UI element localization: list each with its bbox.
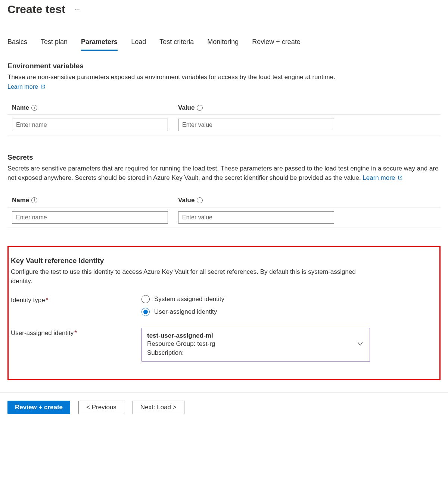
secrets-section-desc: Secrets are sensitive parameters that ar…: [7, 164, 441, 183]
env-table-row: [7, 115, 441, 135]
chevron-down-icon: [357, 341, 364, 349]
tab-test-criteria[interactable]: Test criteria: [159, 37, 194, 51]
secrets-section: Secrets Secrets are sensitive parameters…: [7, 153, 441, 228]
env-variables-section: Environment variables These are non-sens…: [7, 62, 441, 135]
kv-section-title: Key Vault reference identity: [11, 257, 437, 265]
env-learn-more-link[interactable]: Learn more: [7, 84, 38, 90]
tab-basics[interactable]: Basics: [7, 37, 27, 51]
required-asterisk: *: [46, 297, 49, 304]
footer-divider: [0, 392, 448, 392]
dropdown-sub-line: Subscription:: [147, 348, 355, 358]
required-asterisk: *: [74, 329, 77, 336]
env-section-desc: These are non-sensitive parameters expos…: [7, 72, 441, 82]
info-icon[interactable]: i: [197, 197, 203, 203]
env-name-header: Name: [12, 104, 29, 112]
info-icon[interactable]: i: [197, 105, 203, 111]
secrets-section-title: Secrets: [7, 153, 441, 162]
env-value-input[interactable]: [178, 119, 334, 131]
info-icon[interactable]: i: [31, 197, 37, 203]
radio-system-assigned[interactable]: System assigned identity: [141, 295, 224, 303]
secrets-value-header: Value: [178, 197, 195, 204]
secrets-learn-more-link[interactable]: Learn more: [363, 174, 395, 181]
secrets-table-row: [7, 207, 441, 228]
radio-icon: [141, 295, 150, 303]
dropdown-rg-line: Resource Group: test-rg: [147, 339, 355, 349]
radio-user-assigned[interactable]: User-assigned identity: [141, 308, 224, 316]
tab-bar: Basics Test plan Parameters Load Test cr…: [7, 37, 441, 51]
identity-type-radio-group: System assigned identity User-assigned i…: [141, 295, 224, 316]
identity-type-label: Identity type*: [11, 295, 141, 316]
tab-test-plan[interactable]: Test plan: [41, 37, 68, 51]
review-create-button[interactable]: Review + create: [7, 401, 70, 414]
secrets-name-header: Name: [12, 197, 29, 204]
radio-label: User-assigned identity: [154, 308, 217, 316]
external-link-icon: [40, 84, 46, 91]
previous-button[interactable]: < Previous: [78, 401, 124, 414]
env-table-header: Name i Value i: [7, 100, 441, 115]
tab-monitoring[interactable]: Monitoring: [207, 37, 239, 51]
next-button[interactable]: Next: Load >: [133, 401, 184, 414]
dropdown-selected-name: test-user-assigned-mi: [147, 332, 355, 339]
secrets-table-header: Name i Value i: [7, 193, 441, 207]
env-value-header: Value: [178, 104, 195, 112]
more-actions-icon[interactable]: ···: [74, 6, 80, 13]
tab-review-create[interactable]: Review + create: [252, 37, 301, 51]
page-title: Create test: [7, 3, 65, 16]
kv-highlight-box: Key Vault reference identity Configure t…: [7, 246, 441, 380]
env-section-title: Environment variables: [7, 62, 441, 70]
kv-section-desc: Configure the test to use this identity …: [11, 267, 369, 286]
user-identity-label: User-assigned identity*: [11, 328, 141, 362]
info-icon[interactable]: i: [31, 105, 37, 111]
footer-buttons: Review + create < Previous Next: Load >: [7, 401, 441, 414]
tab-parameters[interactable]: Parameters: [81, 37, 118, 51]
secrets-value-input[interactable]: [178, 211, 334, 224]
radio-icon: [141, 308, 150, 316]
env-name-input[interactable]: [12, 119, 168, 131]
tab-load[interactable]: Load: [131, 37, 146, 51]
external-link-icon: [398, 173, 403, 183]
user-identity-dropdown[interactable]: test-user-assigned-mi Resource Group: te…: [141, 328, 370, 362]
secrets-name-input[interactable]: [12, 211, 168, 224]
radio-label: System assigned identity: [154, 295, 224, 303]
